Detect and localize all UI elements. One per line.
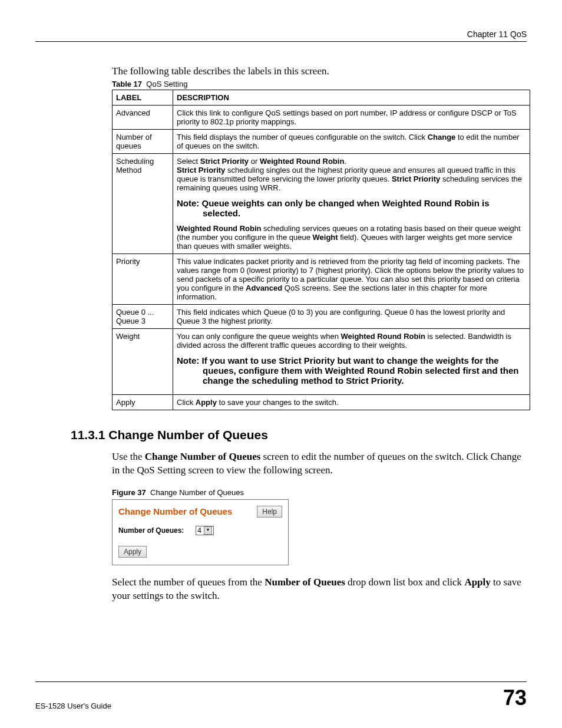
figure-caption-title: Change Number of Queues bbox=[150, 488, 244, 497]
row-label: Number of queues bbox=[113, 130, 173, 154]
row-label: Advanced bbox=[113, 106, 173, 130]
chevron-down-icon: ▾ bbox=[204, 526, 212, 535]
apply-button[interactable]: Apply bbox=[118, 546, 147, 558]
page: Chapter 11 QoS The following table descr… bbox=[0, 0, 562, 728]
queues-dropdown[interactable]: 4 ▾ bbox=[196, 526, 214, 535]
table-caption: Table 17 QoS Setting bbox=[112, 80, 527, 88]
row-desc: This field indicates which Queue (0 to 3… bbox=[173, 305, 530, 329]
field-label: Number of Queues: bbox=[118, 526, 184, 535]
table-row: Scheduling Method Select Strict Priority… bbox=[113, 154, 530, 254]
section-heading: 11.3.1 Change Number of Queues bbox=[71, 428, 527, 442]
screenshot-title-row: Change Number of Queues Help bbox=[118, 506, 282, 518]
figure-caption: Figure 37 Change Number of Queues bbox=[112, 488, 527, 497]
row-label: Weight bbox=[113, 329, 173, 395]
header-rule bbox=[35, 41, 527, 42]
row-label: Priority bbox=[113, 254, 173, 305]
col-label: LABEL bbox=[113, 90, 173, 106]
footer-rule bbox=[35, 681, 527, 682]
footer: ES-1528 User's Guide 73 bbox=[35, 681, 527, 710]
row-label: Queue 0 ... Queue 3 bbox=[113, 305, 173, 329]
col-description: DESCRIPTION bbox=[173, 90, 530, 106]
screenshot-panel: Change Number of Queues Help Number of Q… bbox=[112, 499, 289, 565]
screenshot-title: Change Number of Queues bbox=[118, 506, 232, 516]
footer-guide: ES-1528 User's Guide bbox=[35, 701, 111, 710]
table-caption-prefix: Table 17 bbox=[112, 80, 142, 88]
body-paragraph: Select the number of queues from the Num… bbox=[112, 576, 524, 603]
note-block: Note: If you want to use Strict Priority… bbox=[177, 355, 526, 386]
row-desc: You can only configure the queue weights… bbox=[173, 329, 530, 395]
table-row: Weight You can only configure the queue … bbox=[113, 329, 530, 395]
chapter-header: Chapter 11 QoS bbox=[35, 29, 527, 39]
row-desc: Click Apply to save your changes to the … bbox=[173, 395, 530, 410]
table-row: Apply Click Apply to save your changes t… bbox=[113, 395, 530, 410]
page-number: 73 bbox=[503, 686, 527, 710]
row-label: Apply bbox=[113, 395, 173, 410]
row-desc: Click this link to configure QoS setting… bbox=[173, 106, 530, 130]
row-desc: Select Strict Priority or Weighted Round… bbox=[173, 154, 530, 254]
row-desc: This field displays the number of queues… bbox=[173, 130, 530, 154]
table-header-row: LABEL DESCRIPTION bbox=[113, 90, 530, 106]
body-paragraph: Use the Change Number of Queues screen t… bbox=[112, 450, 524, 477]
row-desc: This value indicates packet priority and… bbox=[173, 254, 530, 305]
row-label: Scheduling Method bbox=[113, 154, 173, 254]
table-row: Advanced Click this link to configure Qo… bbox=[113, 106, 530, 130]
note-block: Note: Queue weights can only be changed … bbox=[177, 198, 526, 218]
table-row: Priority This value indicates packet pri… bbox=[113, 254, 530, 305]
help-button[interactable]: Help bbox=[257, 506, 282, 518]
intro-text: The following table describes the labels… bbox=[112, 65, 527, 77]
dropdown-value: 4 bbox=[197, 526, 201, 535]
figure-caption-prefix: Figure 37 bbox=[112, 488, 146, 497]
field-row: Number of Queues: 4 ▾ bbox=[118, 526, 282, 535]
table-caption-title: QoS Setting bbox=[146, 80, 187, 88]
table-row: Queue 0 ... Queue 3 This field indicates… bbox=[113, 305, 530, 329]
qos-setting-table: LABEL DESCRIPTION Advanced Click this li… bbox=[112, 90, 530, 410]
table-row: Number of queues This field displays the… bbox=[113, 130, 530, 154]
